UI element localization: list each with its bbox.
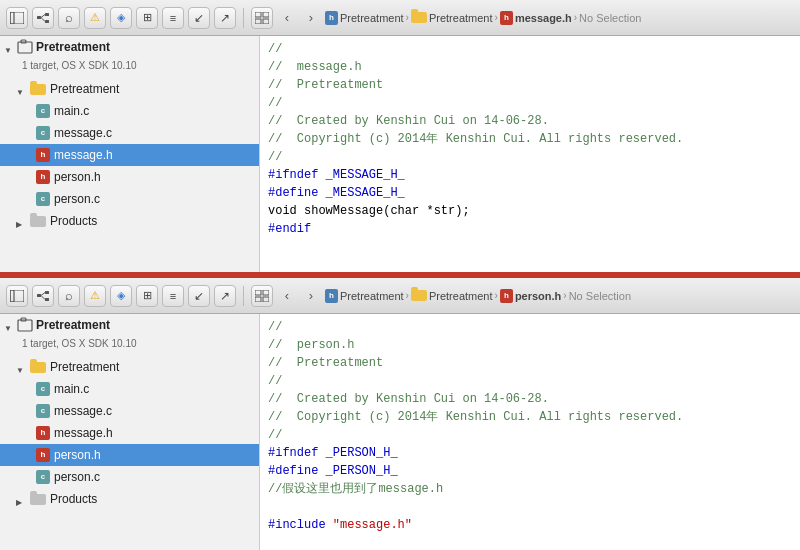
file-icon-main-c-top: c [36,104,50,118]
folder-triangle-btm[interactable] [16,362,26,372]
breadcrumb-folder-icon-top [411,12,427,23]
code-line-8-top: #ifndef _MESSAGE_H_ [268,166,792,184]
svg-rect-24 [18,320,32,331]
nav-forward-btn-btm[interactable]: › [301,286,321,306]
warning-btn-btm[interactable]: ⚠ [84,285,106,307]
svg-rect-22 [255,297,261,302]
products-triangle-btm[interactable] [16,494,26,504]
nav-forward-btn-top[interactable]: › [301,8,321,28]
code-line-3-top: // Pretreatment [268,76,792,94]
search-btn-btm[interactable]: ⌕ [58,285,80,307]
products-item-top[interactable]: Products [0,210,259,232]
nav-back-btn-top[interactable]: ‹ [277,8,297,28]
breadcrumb-file-icon-btm: h [500,289,513,303]
code-editor-bottom[interactable]: // // person.h // Pretreatment // // Cre… [260,314,800,550]
breadcrumb-folder-icon-btm [411,290,427,301]
file-label-main-c-top: main.c [54,104,89,118]
arrow-left-btn-top[interactable]: ↙ [188,7,210,29]
search-btn-top[interactable]: ⌕ [58,7,80,29]
env-btn-top[interactable]: ⊞ [136,7,158,29]
breakpoint-btn-top[interactable]: ◈ [110,7,132,29]
editor-grid-btn-btm[interactable] [251,285,273,307]
file-icon-message-c-top: c [36,126,50,140]
code-line-1-btm: // [268,318,792,336]
breadcrumb-file-top[interactable]: message.h [515,12,572,24]
products-label-btm: Products [50,492,97,506]
breadcrumb-bottom: h Pretreatment › Pretreatment › h person… [325,289,631,303]
file-group-top: Pretreatment c main.c c message.c h mess… [0,74,259,236]
svg-rect-11 [18,42,32,53]
file-item-person-c-top[interactable]: c person.c [0,188,259,210]
breadcrumb-top: h Pretreatment › Pretreatment › h messag… [325,11,641,25]
svg-line-5 [41,14,45,17]
svg-line-6 [41,17,45,21]
project-triangle-top[interactable] [4,42,14,52]
file-item-main-c-btm[interactable]: c main.c [0,378,259,400]
toggle-sidebar-btn[interactable] [6,7,28,29]
file-item-main-c-top[interactable]: c main.c [0,100,259,122]
code-line-6-top: // Copyright (c) 2014年 Kenshin Cui. All … [268,130,792,148]
svg-rect-13 [10,290,14,302]
code-line-7-top: // [268,148,792,166]
folder-item-top[interactable]: Pretreatment [0,78,259,100]
file-item-message-h-btm[interactable]: h message.h [0,422,259,444]
svg-rect-3 [45,13,49,16]
file-item-person-c-btm[interactable]: c person.c [0,466,259,488]
code-line-6-btm: // Copyright (c) 2014年 Kenshin Cui. All … [268,408,792,426]
breadcrumb-folder-btm[interactable]: Pretreatment [429,290,493,302]
project-triangle-btm[interactable] [4,320,14,330]
folder-icon-btm [30,362,46,373]
warning-btn-top[interactable]: ⚠ [84,7,106,29]
svg-rect-16 [45,291,49,294]
file-label-message-c-btm: message.c [54,404,112,418]
file-item-person-h-top[interactable]: h person.h [0,166,259,188]
pane-bottom: ⌕ ⚠ ◈ ⊞ ≡ ↙ ↗ ‹ › h Pretreatment › [0,278,800,550]
code-line-11-btm [268,498,792,516]
file-icon-person-c-top: c [36,192,50,206]
lines-btn-btm[interactable]: ≡ [162,285,184,307]
code-editor-top[interactable]: // // message.h // Pretreatment // // Cr… [260,36,800,272]
lines-btn-top[interactable]: ≡ [162,7,184,29]
products-triangle-top[interactable] [16,216,26,226]
products-label-top: Products [50,214,97,228]
svg-rect-15 [37,294,41,297]
file-item-message-c-btm[interactable]: c message.c [0,400,259,422]
editor-grid-btn-top[interactable] [251,7,273,29]
env-btn-btm[interactable]: ⊞ [136,285,158,307]
file-item-message-h-top[interactable]: h message.h [0,144,259,166]
project-icon-btm [17,317,33,333]
toolbar-sep-top [243,8,244,28]
breakpoint-btn-btm[interactable]: ◈ [110,285,132,307]
products-folder-icon-top [30,216,46,227]
folder-triangle-top[interactable] [16,84,26,94]
breadcrumb-doc-icon-btm: h [325,289,338,303]
content-area-top: Pretreatment 1 target, OS X SDK 10.10 Pr… [0,36,800,272]
project-icon-top [17,39,33,55]
file-item-message-c-top[interactable]: c message.c [0,122,259,144]
toolbar-bottom: ⌕ ⚠ ◈ ⊞ ≡ ↙ ↗ ‹ › h Pretreatment › [0,278,800,314]
code-line-11-top: #endif [268,220,792,238]
breadcrumb-folder-top[interactable]: Pretreatment [429,12,493,24]
arrow-right-btn-btm[interactable]: ↗ [214,285,236,307]
svg-rect-0 [10,12,14,24]
hierarchy-btn[interactable] [32,7,54,29]
svg-rect-9 [255,19,261,24]
breadcrumb-project-top[interactable]: Pretreatment [340,12,404,24]
breadcrumb-file-btm[interactable]: person.h [515,290,561,302]
file-label-person-h-top: person.h [54,170,101,184]
products-item-btm[interactable]: Products [0,488,259,510]
hierarchy-btn-btm[interactable] [32,285,54,307]
nav-back-btn-btm[interactable]: ‹ [277,286,297,306]
toggle-sidebar-btn-btm[interactable] [6,285,28,307]
folder-item-btm[interactable]: Pretreatment [0,356,259,378]
breadcrumb-project-btm[interactable]: Pretreatment [340,290,404,302]
arrow-right-btn-top[interactable]: ↗ [214,7,236,29]
file-item-person-h-btm[interactable]: h person.h [0,444,259,466]
code-line-2-top: // message.h [268,58,792,76]
project-subtitle-btm: 1 target, OS X SDK 10.10 [0,336,259,352]
arrow-left-btn-btm[interactable]: ↙ [188,285,210,307]
code-line-5-btm: // Created by Kenshin Cui on 14-06-28. [268,390,792,408]
code-line-4-btm: // [268,372,792,390]
svg-rect-21 [263,290,269,295]
file-icon-person-c-btm: c [36,470,50,484]
